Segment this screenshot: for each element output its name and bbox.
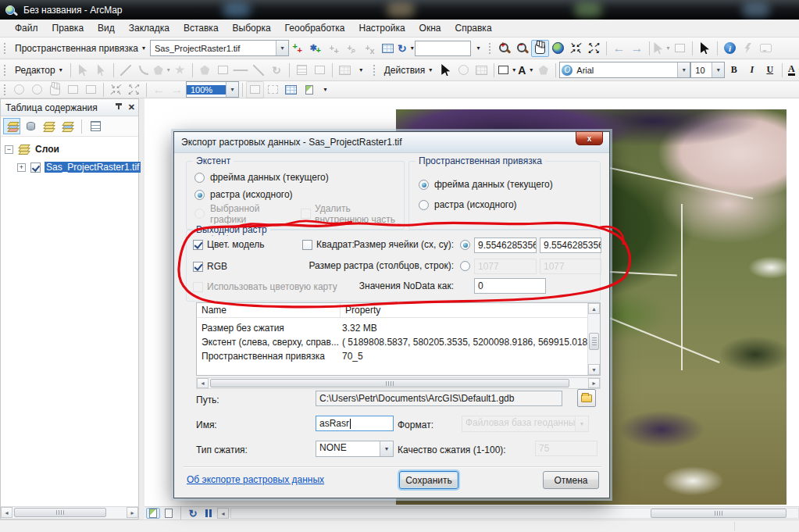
menu-help[interactable]: Справка (448, 20, 498, 36)
collapse-box-icon[interactable]: − (5, 145, 13, 154)
rgb-label[interactable]: RGB (207, 261, 227, 272)
extent-raster-label[interactable]: растра (исходного) (210, 189, 293, 200)
select-elements-tool[interactable] (437, 62, 455, 79)
list-by-drawing-order-button[interactable] (3, 118, 20, 134)
menu-file[interactable]: Файл (8, 20, 45, 36)
data-view-button[interactable] (146, 508, 160, 519)
scrollbar-thumb[interactable] (651, 509, 787, 518)
shape-tool-button[interactable]: ▾ (498, 62, 516, 79)
georef-cell-size-input[interactable] (415, 41, 471, 56)
column-header-property[interactable]: Property (341, 303, 385, 317)
toc-horizontal-scrollbar[interactable]: ◂ ▸ (1, 506, 138, 519)
georeferencing-menu-button[interactable]: Пространственная привязка▾ (10, 40, 150, 57)
font-size-combobox[interactable]: 10▾ (690, 62, 725, 78)
color-model-label[interactable]: Цвет. модель (207, 239, 264, 250)
scrollbar-thumb[interactable] (210, 379, 569, 387)
spatialref-raster-label[interactable]: растра (исходного) (434, 199, 517, 210)
italic-button[interactable]: I (743, 62, 761, 79)
toolbar-grip[interactable] (3, 42, 7, 55)
underline-button[interactable]: U (761, 62, 779, 79)
table-row[interactable]: Экстент (слева, сверху, справ...( 518980… (197, 336, 587, 349)
select-elements-tool[interactable] (696, 40, 714, 57)
toc-layer-label[interactable]: Sas_ProjectRaster1.tif (45, 162, 141, 173)
pin-icon[interactable] (114, 103, 123, 112)
table-vertical-scrollbar[interactable]: ▴ ▾ (587, 303, 600, 375)
list-by-selection-button[interactable] (59, 118, 77, 134)
refresh-view-button[interactable]: ↻ (186, 508, 200, 519)
scrollbar-thumb[interactable] (14, 508, 106, 517)
scroll-left-button[interactable]: ◂ (1, 507, 12, 518)
spatialref-dataframe-label[interactable]: фрейма данных (текущего) (434, 179, 553, 190)
toolbar-overflow-button[interactable]: ▾ (471, 40, 482, 57)
menu-view[interactable]: Вид (91, 20, 122, 36)
scroll-right-button[interactable]: ▸ (127, 507, 138, 518)
drawing-menu-button[interactable]: Действия▾ (380, 62, 437, 79)
toc-header[interactable]: Таблица содержания ✕ (1, 99, 138, 116)
toc-options-button[interactable] (87, 118, 104, 134)
table-row[interactable]: Пространственная привязка70_5 (197, 350, 587, 363)
toolbar-overflow-button[interactable]: ▾ (354, 62, 365, 79)
extent-dataframe-radio[interactable] (194, 173, 205, 183)
scroll-right-button[interactable]: ▸ (588, 378, 600, 388)
data-driven-pages-button[interactable] (300, 81, 318, 98)
scroll-left-button[interactable]: ◂ (217, 508, 229, 519)
menu-geoprocessing[interactable]: Геообработка (278, 20, 352, 36)
nodata-field[interactable]: 0 (474, 278, 546, 294)
auto-register-button[interactable]: ✱+ (307, 40, 325, 57)
scroll-left-button[interactable]: ◂ (197, 378, 209, 388)
go-back-extent-button[interactable]: ← (610, 40, 628, 57)
toolbar-grip[interactable] (488, 42, 492, 55)
toc-root-label[interactable]: Слои (35, 144, 59, 155)
menu-bookmark[interactable]: Закладка (122, 20, 177, 36)
rgb-checkbox[interactable] (193, 262, 203, 272)
font-family-combobox[interactable]: OArial▾ (559, 62, 690, 78)
cancel-button[interactable]: Отмена (543, 471, 599, 489)
scrollbar-thumb[interactable] (589, 333, 599, 350)
layout-view-button[interactable] (162, 508, 176, 519)
cell-size-radio[interactable] (460, 240, 470, 250)
path-field[interactable]: C:\Users\Petr\Documents\ArcGIS\Default1.… (316, 391, 562, 406)
toolbar-grip[interactable] (3, 64, 7, 77)
go-forward-extent-button[interactable]: → (628, 40, 646, 57)
cell-size-y-field[interactable]: 9.5546285356 (540, 237, 601, 253)
about-export-link[interactable]: Об экспорте растровых данных (187, 474, 324, 485)
layer-visibility-checkbox[interactable] (30, 162, 41, 173)
map-horizontal-scrollbar[interactable] (230, 508, 799, 519)
menu-windows[interactable]: Окна (412, 20, 448, 36)
color-model-checkbox[interactable] (193, 240, 203, 250)
fixed-zoom-out-button[interactable]: ↖↗↙↘ (585, 40, 603, 57)
pause-drawing-button[interactable] (202, 508, 216, 519)
dialog-titlebar[interactable]: Экспорт растровых данных - Sas_ProjectRa… (174, 132, 609, 153)
menu-customize[interactable]: Настройка (352, 20, 412, 36)
font-color-button[interactable]: A▾ (786, 62, 799, 79)
toolbar-grip[interactable] (3, 84, 7, 96)
extent-raster-radio[interactable] (194, 190, 205, 200)
cell-size-x-field[interactable]: 9.5546285356 (474, 237, 537, 253)
pan-tool[interactable] (531, 40, 549, 57)
change-layout-button[interactable] (282, 81, 300, 98)
compression-type-dropdown[interactable]: NONE▾ (316, 441, 394, 457)
list-by-visibility-button[interactable] (41, 118, 58, 134)
menu-selection[interactable]: Выборка (226, 20, 278, 36)
browse-folder-button[interactable] (577, 389, 596, 407)
raster-size-radio[interactable] (460, 261, 470, 271)
georef-layer-combobox[interactable]: Sas_ProjectRaster1.tif▾ (150, 40, 289, 56)
table-horizontal-scrollbar[interactable]: ◂ ▸ (196, 377, 601, 389)
save-button[interactable]: Сохранить (399, 471, 458, 489)
toolbar-grip[interactable] (373, 64, 376, 77)
scroll-up-button[interactable]: ▴ (588, 303, 600, 314)
close-icon[interactable]: ✕ (128, 102, 135, 112)
add-control-points-button[interactable]: ++ (289, 40, 307, 57)
dialog-close-button[interactable]: x (576, 131, 603, 145)
menu-insert[interactable]: Вставка (177, 20, 226, 36)
text-tool-button[interactable]: A▾ (516, 62, 534, 79)
window-titlebar[interactable]: Без названия - ArcMap (0, 0, 799, 20)
extent-dataframe-label[interactable]: фрейма данных (текущего) (210, 172, 329, 183)
spatialref-dataframe-radio[interactable] (419, 180, 429, 190)
toolbar-overflow-button[interactable]: ▾ (318, 81, 329, 98)
layout-zoom-combobox[interactable]: 100%▾ (186, 81, 239, 98)
fixed-zoom-in-button[interactable]: ↘↙↗↖ (567, 40, 585, 57)
menu-edit[interactable]: Правка (45, 20, 91, 36)
spatialref-raster-radio[interactable] (419, 200, 429, 210)
expand-box-icon[interactable]: + (17, 163, 26, 172)
